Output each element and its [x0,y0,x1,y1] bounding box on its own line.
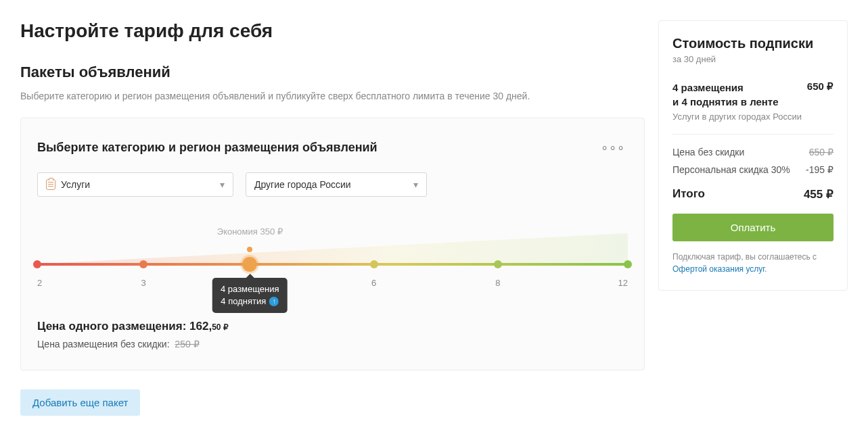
add-package-button[interactable]: Добавить еще пакет [20,389,140,416]
slider-thumb[interactable] [242,257,257,272]
total-value: 455 ₽ [804,187,833,201]
slider-tick[interactable] [139,260,147,268]
slider-tick[interactable] [33,260,41,268]
chevron-down-icon: ▾ [413,179,418,190]
package-card: Выберите категорию и регион размещения о… [20,118,645,370]
clipboard-icon [46,179,55,190]
disc-value: -195 ₽ [806,164,833,175]
card-title: Выберите категорию и регион размещения о… [37,141,378,155]
summary-card: Стоимость подписки за 30 дней 4 размещен… [658,20,848,291]
disc-label: Персональная скидка 30% [672,164,790,175]
unit-price-original: Цена размещения без скидки: 250 ₽ [37,339,628,349]
region-select[interactable]: Другие города России ▾ [246,172,427,197]
slider-label: 2 [37,278,42,288]
slider-tick[interactable] [494,260,502,268]
slider-label: 6 [371,278,376,288]
section-title: Пакеты объявлений [20,64,645,81]
savings-label: Экономия 350 ₽ [217,226,283,237]
slider-gradient [37,233,628,266]
divider [672,134,833,135]
slider-tooltip: 4 размещения 4 поднятия ↑ [212,278,288,313]
slider-tick[interactable] [624,260,632,268]
item-line1: 4 размещения [672,80,779,95]
section-subtitle: Выберите категорию и регион размещения о… [20,91,645,101]
slider-label: 3 [141,278,146,288]
category-value: Услуги [61,179,90,190]
item-sub: Услуги в других городах России [672,112,833,122]
quantity-slider[interactable]: Экономия 350 ₽ 2 3 6 8 12 4 размещения [37,226,628,308]
item-line2: и 4 поднятия в ленте [672,95,779,109]
offer-link[interactable]: Офертой оказания услуг [672,264,764,274]
slider-label: 8 [495,278,500,288]
slider-tick[interactable] [370,260,378,268]
unit-price: Цена одного размещения: 162,50 ₽ [37,320,628,333]
region-value: Другие города России [254,179,351,190]
summary-title: Стоимость подписки [672,36,833,51]
nodisc-value: 650 ₽ [809,147,833,158]
pay-button[interactable]: Оплатить [672,214,833,241]
savings-dot [247,247,252,252]
summary-period: за 30 дней [672,54,833,64]
nodisc-label: Цена без скидки [672,147,744,158]
slider-track [37,263,628,266]
disclaimer: Подключая тариф, вы соглашаетесь с Оферт… [672,251,833,275]
item-price: 650 ₽ [807,80,833,93]
category-select[interactable]: Услуги ▾ [37,172,233,197]
slider-label: 12 [618,278,628,288]
page-title: Настройте тариф для себя [20,20,645,42]
chevron-down-icon: ▾ [220,179,225,190]
arrow-up-icon: ↑ [269,297,279,306]
tooltip-line1: 4 размещения [221,283,279,295]
more-menu-icon[interactable]: ∘∘∘ [598,137,628,158]
tooltip-line2: 4 поднятия [221,295,266,308]
total-label: Итого [672,187,705,201]
